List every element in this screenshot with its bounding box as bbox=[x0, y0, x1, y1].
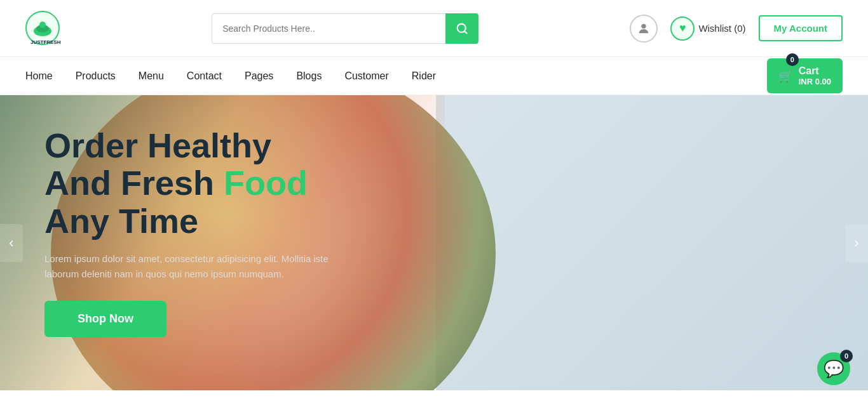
nav-link-contact[interactable]: Contact bbox=[187, 70, 222, 81]
slider-prev-button[interactable]: ‹ bbox=[0, 224, 23, 262]
cart-amount: INR 0.00 bbox=[799, 77, 831, 87]
svg-text:JUSTFRESHY: JUSTFRESHY bbox=[31, 39, 60, 45]
whatsapp-icon: 💬 bbox=[824, 359, 844, 379]
whatsapp-badge: 0 bbox=[840, 350, 853, 362]
nav-item-rider[interactable]: Rider bbox=[412, 70, 436, 82]
nav-link-products[interactable]: Products bbox=[76, 70, 116, 81]
arrow-left-icon: ‹ bbox=[9, 235, 13, 251]
hero-section: Order Healthy And Fresh Food Any Time Lo… bbox=[0, 95, 868, 390]
nav-item-products[interactable]: Products bbox=[76, 70, 116, 82]
cart-text: Cart INR 0.00 bbox=[799, 65, 831, 87]
shop-now-button[interactable]: Shop Now bbox=[44, 301, 166, 337]
hero-content: Order Healthy And Fresh Food Any Time Lo… bbox=[44, 127, 349, 337]
user-icon-button[interactable] bbox=[630, 15, 658, 43]
search-input[interactable] bbox=[212, 13, 445, 44]
nav-item-pages[interactable]: Pages bbox=[245, 70, 273, 82]
nav-links: Home Products Menu Contact Pages Blogs C… bbox=[25, 70, 436, 82]
hero-title-line2: And Fresh Food bbox=[44, 164, 349, 202]
logo-area: JUSTFRESHY bbox=[25, 11, 60, 46]
nav-link-menu[interactable]: Menu bbox=[139, 70, 164, 81]
hero-title-dark: And Fresh bbox=[44, 164, 214, 202]
hero-grey-panel bbox=[436, 95, 868, 390]
navbar: Home Products Menu Contact Pages Blogs C… bbox=[0, 57, 868, 95]
cart-label: Cart bbox=[799, 65, 819, 77]
nav-item-customer[interactable]: Customer bbox=[344, 70, 388, 82]
cart-icon: 🛒 bbox=[778, 69, 792, 83]
shop-now-label: Shop Now bbox=[78, 312, 133, 325]
user-icon bbox=[637, 22, 651, 36]
cart-button[interactable]: 0 🛒 Cart INR 0.00 bbox=[767, 58, 843, 93]
nav-item-blogs[interactable]: Blogs bbox=[296, 70, 322, 82]
search-icon bbox=[456, 22, 468, 35]
search-button[interactable] bbox=[445, 13, 478, 44]
header: JUSTFRESHY ♥ Wishlist (0) My Account bbox=[0, 0, 868, 57]
svg-point-5 bbox=[642, 23, 646, 28]
my-account-button[interactable]: My Account bbox=[759, 15, 843, 41]
whatsapp-button[interactable]: 💬 0 bbox=[817, 352, 850, 385]
hero-title-green: Food bbox=[224, 164, 308, 202]
nav-link-home[interactable]: Home bbox=[25, 70, 53, 81]
cart-badge: 0 bbox=[786, 53, 799, 66]
hero-title-line3: Any Time bbox=[44, 202, 349, 240]
hero-title-line1: Order Healthy bbox=[44, 127, 349, 164]
nav-item-contact[interactable]: Contact bbox=[187, 70, 222, 82]
nav-link-rider[interactable]: Rider bbox=[412, 70, 436, 81]
heart-icon: ♥ bbox=[670, 17, 695, 41]
nav-link-pages[interactable]: Pages bbox=[245, 70, 273, 81]
arrow-right-icon: › bbox=[854, 235, 858, 251]
svg-point-3 bbox=[39, 22, 46, 28]
slider-next-button[interactable]: › bbox=[845, 224, 868, 262]
search-area bbox=[212, 13, 478, 44]
wishlist-button[interactable]: ♥ Wishlist (0) bbox=[670, 17, 745, 41]
logo-icon: JUSTFRESHY bbox=[25, 11, 60, 46]
nav-item-menu[interactable]: Menu bbox=[139, 70, 164, 82]
nav-link-customer[interactable]: Customer bbox=[344, 70, 388, 81]
hero-description: Lorem ipsum dolor sit amet, consectetur … bbox=[44, 251, 349, 282]
nav-item-home[interactable]: Home bbox=[25, 70, 53, 82]
header-right: ♥ Wishlist (0) My Account bbox=[630, 15, 843, 43]
my-account-label: My Account bbox=[774, 23, 827, 34]
wishlist-label: Wishlist (0) bbox=[698, 23, 745, 34]
nav-link-blogs[interactable]: Blogs bbox=[296, 70, 322, 81]
